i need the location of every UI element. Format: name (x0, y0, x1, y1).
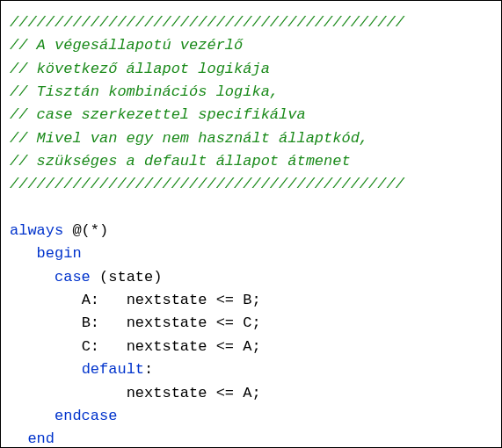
case-row-c: C: nextstate <= A; (82, 338, 261, 355)
comment-line-5: // Mivel van egy nem használt állaptkód, (10, 130, 368, 147)
sensitivity-list: @(*) (63, 222, 108, 239)
keyword-case: case (55, 269, 91, 285)
keyword-endcase: endcase (55, 408, 117, 424)
comment-bar-bottom: ////////////////////////////////////////… (10, 176, 404, 192)
comment-line-1: // A végesállapotú vezérlő (10, 37, 243, 54)
keyword-begin: begin (37, 245, 82, 262)
case-row-b: B: nextstate <= C; (82, 314, 261, 331)
keyword-default: default (82, 361, 144, 378)
comment-line-2: // következő állapot logikája (10, 61, 270, 77)
comment-line-6: // szükséges a default állapot átmenet (10, 153, 351, 170)
case-expression: (state) (91, 269, 163, 285)
default-colon: : (144, 361, 153, 378)
default-statement: nextstate <= A; (127, 385, 261, 401)
keyword-end: end (27, 430, 55, 447)
keyword-always: always (10, 222, 63, 239)
code-block: ////////////////////////////////////////… (0, 0, 502, 448)
comment-line-3: // Tisztán kombinációs logika, (10, 83, 279, 100)
comment-line-4: // case szerkezettel specifikálva (10, 106, 306, 123)
comment-bar-top: ////////////////////////////////////////… (10, 14, 404, 31)
case-row-a: A: nextstate <= B; (82, 292, 261, 308)
